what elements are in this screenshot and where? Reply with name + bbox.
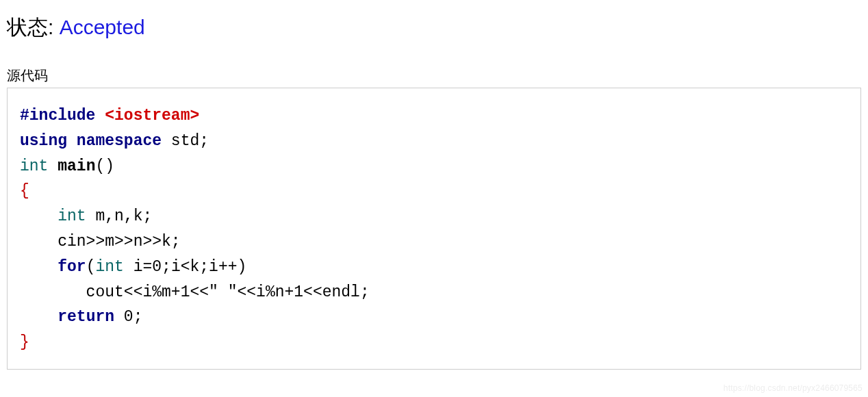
source-code: #include <iostream> using namespace std;… (20, 103, 848, 355)
status-heading: 状态: Accepted (7, 14, 861, 42)
source-code-box: #include <iostream> using namespace std;… (7, 88, 861, 370)
status-label: 状态: (7, 16, 60, 38)
source-code-label: 源代码 (7, 66, 861, 85)
status-value: Accepted (60, 16, 145, 38)
